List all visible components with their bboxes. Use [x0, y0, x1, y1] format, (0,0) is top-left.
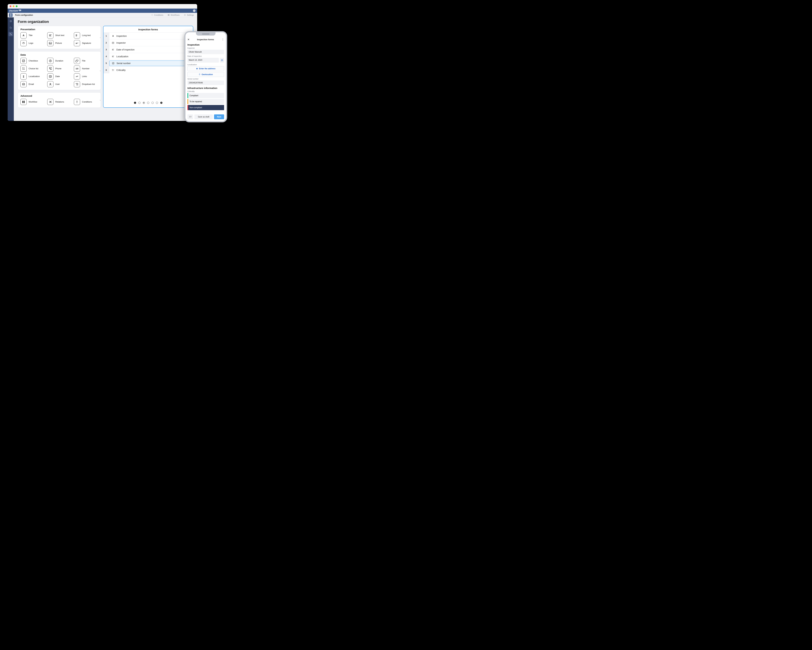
next-button[interactable]: Next — [214, 114, 224, 119]
criticality-compliant[interactable]: Compliant — [188, 93, 224, 98]
page-dot[interactable] — [151, 102, 154, 104]
page-dot[interactable] — [156, 102, 158, 104]
criticality-noncomp[interactable]: Non-compliant — [188, 105, 224, 110]
chevron-right-icon[interactable] — [99, 70, 102, 72]
rail-forms[interactable] — [9, 32, 13, 36]
field-short-text[interactable]: Short text — [47, 32, 72, 38]
toolbar: Form configuration Conditions Workflows … — [8, 13, 197, 17]
num-icon — [74, 65, 80, 72]
field-duration[interactable]: Duration — [47, 58, 72, 64]
label-inspector: Inspector — [188, 47, 224, 49]
window-maximize[interactable] — [16, 5, 18, 7]
mail-icon — [20, 81, 27, 87]
field-workflow[interactable]: Workflow — [20, 99, 45, 105]
short-icon — [111, 48, 114, 51]
add-page-button[interactable]: + — [160, 102, 162, 104]
field-checkbox[interactable]: Checkbox — [20, 58, 45, 64]
form-row[interactable]: 5Serial number — [104, 60, 193, 67]
wf-icon — [20, 99, 27, 105]
form-preview-panel: Inspection forms 1Inspection2Inspector3D… — [103, 26, 193, 108]
clock-icon — [47, 58, 53, 64]
field-logo[interactable]: Logo — [20, 40, 45, 46]
chevron-right-icon[interactable] — [99, 99, 102, 101]
dd-icon — [74, 81, 80, 87]
page-dot[interactable] — [147, 102, 149, 104]
field-phone[interactable]: Phone — [47, 65, 72, 72]
close-icon[interactable]: ✕ — [188, 38, 189, 41]
remove-page-button[interactable]: − — [134, 102, 136, 104]
calendar-icon[interactable] — [220, 58, 224, 62]
input-date[interactable]: March 13, 2023 — [188, 58, 219, 62]
chevron-right-icon[interactable] — [99, 36, 102, 39]
field-date[interactable]: Date — [47, 73, 72, 79]
titlebar — [8, 4, 197, 9]
page-dot[interactable] — [138, 102, 140, 104]
choice-icon — [111, 69, 114, 72]
input-serial[interactable]: 2353452978546 — [188, 81, 224, 85]
geolocation-button[interactable]: Geolocation — [188, 72, 224, 77]
choice-icon — [20, 65, 27, 72]
field-user[interactable]: User — [47, 81, 72, 87]
section-inspection: Inspection — [188, 43, 224, 46]
field-localization[interactable]: Localization — [20, 73, 45, 79]
label-localization: Localization — [188, 64, 224, 65]
cond-icon — [74, 99, 80, 105]
label-serial: Serial number — [188, 78, 224, 80]
page-dot-current[interactable] — [143, 102, 145, 104]
preview-title: Inspection forms — [104, 26, 193, 32]
rail-analytics[interactable] — [9, 26, 13, 30]
apps-grid-icon[interactable] — [9, 13, 12, 17]
pic-icon — [47, 40, 53, 46]
window-close[interactable] — [9, 5, 11, 7]
link-icon — [74, 73, 80, 79]
form-row[interactable]: 3Date of inspection — [104, 46, 193, 53]
field-picture[interactable]: Picture — [47, 40, 72, 46]
form-row[interactable]: 2Inspector — [104, 39, 193, 46]
enter-address-button[interactable]: Enter the address — [188, 66, 224, 71]
field-nomber[interactable]: Nomber — [74, 65, 98, 72]
section-infra: Infrastructure information — [188, 87, 224, 90]
field-signature[interactable]: Signature — [74, 40, 98, 46]
save-draft-button[interactable]: Save as draft — [194, 114, 213, 119]
phone-icon — [47, 65, 53, 72]
kebab-menu-icon[interactable]: ⋮ — [221, 38, 224, 41]
field-choice-list[interactable]: Choice list — [20, 65, 45, 72]
field-relations[interactable]: Relations — [47, 99, 72, 105]
card-data-title: Data — [20, 53, 98, 56]
form-row[interactable]: 6Criticality — [104, 67, 193, 73]
field-links[interactable]: Links — [74, 73, 98, 79]
rail-calendar[interactable] — [9, 19, 13, 23]
window-minimize[interactable] — [13, 5, 14, 7]
field-dropdown-list[interactable]: Dropdown list — [74, 81, 98, 87]
pager-dots: − + — [104, 99, 193, 104]
toolbar-conditions[interactable]: Conditions — [151, 14, 163, 16]
card-data: Data CheckboxDurationFileChoice listPhon… — [18, 51, 101, 90]
A-icon — [111, 35, 114, 38]
pin-icon — [20, 73, 27, 79]
user-avatar[interactable] — [193, 9, 195, 12]
field-long-text[interactable]: Long text — [74, 32, 98, 38]
short-icon — [111, 55, 114, 58]
date-icon — [47, 73, 53, 79]
brand-badge: Air — [19, 9, 21, 11]
sig-icon — [74, 40, 80, 46]
form-row[interactable]: 1Inspection — [104, 32, 193, 39]
field-email[interactable]: Email — [20, 81, 45, 87]
logo-icon — [20, 40, 27, 46]
card-presentation-title: Presentation — [20, 28, 98, 30]
input-inspector[interactable]: Olivier Maroulit — [188, 50, 224, 54]
card-presentation: Presentation TitleShort textLong textLog… — [18, 26, 101, 49]
form-row[interactable]: 4Localization — [104, 53, 193, 60]
toolbar-settings[interactable]: Settings — [184, 14, 194, 16]
field-file[interactable]: File — [74, 58, 98, 64]
date-icon — [111, 41, 114, 44]
rel-icon — [47, 99, 53, 105]
toolbar-workflows[interactable]: Workflows — [168, 14, 180, 16]
toolbar-title: Form configuration — [15, 14, 33, 16]
criticality-repair[interactable]: To be repaired — [188, 99, 224, 104]
check-icon — [112, 62, 114, 65]
field-title[interactable]: Title — [20, 32, 45, 38]
field-conditions[interactable]: Conditions — [74, 99, 98, 105]
page-title: Form organization — [18, 20, 193, 24]
user-icon — [47, 81, 53, 87]
